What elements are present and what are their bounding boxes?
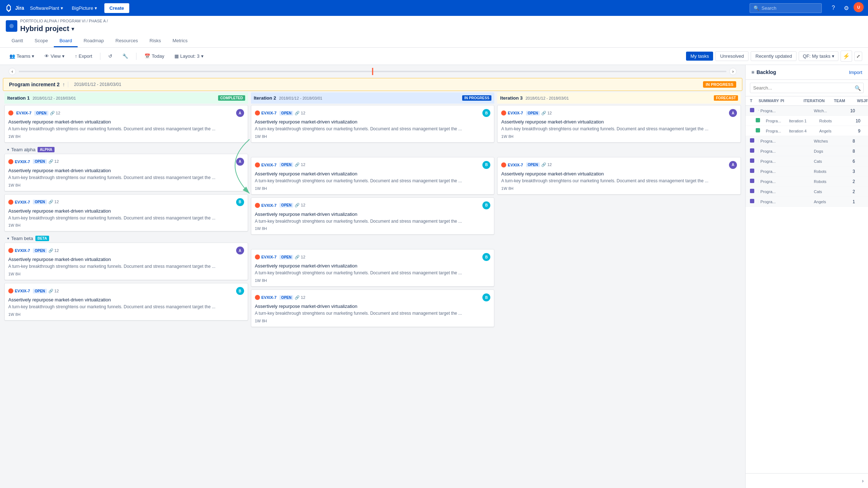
sprint-expand-icon[interactable]: ↑ <box>62 82 65 87</box>
bigpicture-menu[interactable]: BigPicture ▾ <box>69 4 100 12</box>
search-icon: 🔍 <box>754 5 759 11</box>
import-link[interactable]: Import <box>849 70 862 75</box>
expand-icon[interactable]: › <box>759 189 759 194</box>
card-col1-notm-1[interactable]: EVXIX-7 OPEN 🔗 12 A Assertively repurpos… <box>4 105 248 143</box>
card-col1-beta-1[interactable]: EVXIX-7 OPEN 🔗 12 A Assertively repurpos… <box>4 243 248 280</box>
backlog-row-4[interactable]: › Progressively redefi... Progra... Dogs… <box>746 146 868 156</box>
card-col1-beta-2[interactable]: EVXIX-7 OPEN 🔗 12 B Assertively repurpos… <box>4 283 248 321</box>
global-search[interactable]: 🔍 Search <box>750 3 822 13</box>
card-col3-notm-1[interactable]: EVXIX-7 OPEN 🔗 12 A Assertively repurpos… <box>497 105 741 143</box>
scroll-left-button[interactable]: ‹ <box>9 68 16 75</box>
row-wsjf: 8 <box>837 139 855 144</box>
settings-icon[interactable]: ⚙ <box>841 2 852 14</box>
backlog-row-0[interactable]: ▾ Intrinsically generate... Progra... Wi… <box>746 106 868 116</box>
jira-logo[interactable]: Jira <box>4 4 24 12</box>
backlog-icon: ≡ <box>751 69 754 75</box>
expand-icon[interactable]: › <box>759 159 759 164</box>
maximize-icon-button[interactable]: ⤢ <box>854 52 862 61</box>
my-tasks-button[interactable]: My tasks <box>686 52 713 61</box>
issue-icon <box>255 203 260 208</box>
expand-icon[interactable]: ▾ <box>759 108 759 113</box>
card-col2-alpha-2[interactable]: EVXIX-7 OPEN 🔗 12 B Assertively repurpos… <box>251 197 495 235</box>
team-alpha-section-col3: EVXIX-7 OPEN 🔗 12 A Assertively repurpos… <box>497 145 741 195</box>
backlog-row-9[interactable]: › Collaboratively benc... Progra... Ange… <box>746 197 868 207</box>
card-id[interactable]: EVXIX-7 <box>16 111 31 115</box>
backlog-table: T SUMMARY PI ITERATION TEAM WSJF ⚙ ▾ Int… <box>746 96 868 473</box>
view-button[interactable]: 👁 View ▾ <box>41 52 68 61</box>
card-id[interactable]: EVXIX-7 <box>15 248 30 253</box>
tab-board[interactable]: Board <box>54 35 78 47</box>
card-col1-alpha-1[interactable]: EVXIX-7 OPEN 🔗 12 A Assertively repurpos… <box>4 154 248 191</box>
project-tabs: Gantt Scope Board Roadmap Resources Risk… <box>6 35 862 47</box>
backlog-row-2[interactable]: Efficiently plagiarizi... Progra... Iter… <box>746 126 868 136</box>
card-badge: OPEN <box>279 162 293 167</box>
tab-scope[interactable]: Scope <box>29 35 54 47</box>
backlog-row-5[interactable]: › Collaboratively benc... Progra... Cats… <box>746 156 868 166</box>
card-col1-alpha-2[interactable]: EVXIX-7 OPEN 🔗 12 B Assertively repurpos… <box>4 194 248 232</box>
team-alpha-chevron: ▾ <box>7 148 9 152</box>
qf-filter-select[interactable]: QF: My tasks ▾ <box>799 51 838 61</box>
backlog-row-3[interactable]: › Collaboratively e-en... Progra... Witc… <box>746 136 868 146</box>
backlog-row-7[interactable]: › Progressively redefi... Progra... Robo… <box>746 177 868 187</box>
issue-icon <box>255 110 260 116</box>
tab-risks[interactable]: Risks <box>144 35 167 47</box>
unresolved-button[interactable]: Unresolved <box>715 51 748 61</box>
card-col2-beta-1[interactable]: EVXIX-7 OPEN 🔗 12 B Assertively repurpos… <box>251 249 495 287</box>
card-id[interactable]: EVXIX-7 <box>261 255 277 259</box>
expand-icon[interactable]: › <box>759 149 759 154</box>
card-id[interactable]: EVXIX-7 <box>15 160 30 164</box>
tab-roadmap[interactable]: Roadmap <box>78 35 109 47</box>
row-wsjf: 8 <box>837 149 855 154</box>
card-id[interactable]: EVXIX-7 <box>261 111 277 115</box>
tab-resources[interactable]: Resources <box>110 35 144 47</box>
tools-button[interactable]: 🔧 <box>119 52 132 61</box>
backlog-row-1[interactable]: Proactively evolve... Progra... Iteratio… <box>746 116 868 126</box>
card-id[interactable]: EVXIX-7 <box>261 203 277 208</box>
row-type-icon <box>750 189 757 194</box>
softwareplant-menu[interactable]: SoftwarePlant ▾ <box>27 4 66 12</box>
tab-metrics[interactable]: Metrics <box>167 35 194 47</box>
card-title: Assertively repurpose market-driven virt… <box>8 119 244 125</box>
export-button[interactable]: ↑ Export <box>71 52 96 61</box>
col3-dates: 2018/01/12 - 2018/03/01 <box>525 96 569 100</box>
recently-updated-button[interactable]: Recently updated <box>751 51 797 61</box>
card-col3-alpha-1[interactable]: EVXIX-7 OPEN 🔗 12 A Assertively repurpos… <box>497 157 741 195</box>
scroll-right-button[interactable]: › <box>729 68 737 75</box>
refresh-button[interactable]: ↺ <box>105 52 116 61</box>
backlog-search-input[interactable] <box>750 83 864 93</box>
expand-icon[interactable]: › <box>759 169 759 174</box>
card-desc: A turn-key breakthrough strenghtens our … <box>501 126 737 132</box>
card-avatar: A <box>236 109 244 117</box>
breadcrumb[interactable]: PORTFOLIO ALPHA / PROGRAM VI / PHASE A / <box>20 19 108 23</box>
expand-icon[interactable]: › <box>759 199 759 204</box>
panel-toggle-button[interactable]: › <box>860 476 865 485</box>
card-id[interactable]: EVXIX-7 <box>508 111 523 115</box>
tab-gantt[interactable]: Gantt <box>6 35 29 47</box>
card-id[interactable]: EVXIX-7 <box>15 289 30 293</box>
card-col2-notm-1[interactable]: EVXIX-7 OPEN 🔗 12 B Assertively repurpos… <box>251 105 495 143</box>
card-id[interactable]: EVXIX-7 <box>15 200 30 204</box>
expand-icon[interactable]: › <box>759 139 759 144</box>
card-col2-alpha-1[interactable]: EVXIX-7 OPEN 🔗 12 B Assertively repurpos… <box>251 157 495 195</box>
team-alpha-label[interactable]: ▾ Team alpha ALPHA <box>4 145 248 154</box>
help-icon[interactable]: ? <box>828 2 839 14</box>
card-col2-beta-2[interactable]: EVXIX-7 OPEN 🔗 12 B Assertively repurpos… <box>251 289 495 327</box>
create-button[interactable]: Create <box>104 3 129 13</box>
card-id[interactable]: EVXIX-7 <box>261 295 277 300</box>
card-id[interactable]: EVXIX-7 <box>261 163 277 167</box>
teams-button[interactable]: 👥 Teams ▾ <box>6 52 38 61</box>
team-beta-label[interactable]: ▾ Team beta BETA <box>4 234 248 243</box>
row-team: Witches <box>814 139 836 143</box>
sprint-separator <box>68 82 68 87</box>
card-id[interactable]: EVXIX-7 <box>508 163 523 167</box>
team-beta-section-col3 <box>497 197 741 209</box>
expand-icon[interactable]: › <box>759 179 759 184</box>
row-pi: Progra... <box>760 149 782 153</box>
lightning-icon-button[interactable]: ⚡ <box>841 51 852 62</box>
backlog-row-8[interactable]: › Collaboratively benc... Progra... Cats… <box>746 187 868 197</box>
backlog-row-6[interactable]: › Collaboratively e-en... Progra... Robo… <box>746 166 868 177</box>
today-button[interactable]: 📅 Today <box>141 52 168 61</box>
layout-button[interactable]: ▦ Layout: 3 ▾ <box>171 52 207 61</box>
user-avatar[interactable]: U <box>854 2 864 12</box>
project-name[interactable]: Hybrid project ▾ <box>20 25 108 33</box>
